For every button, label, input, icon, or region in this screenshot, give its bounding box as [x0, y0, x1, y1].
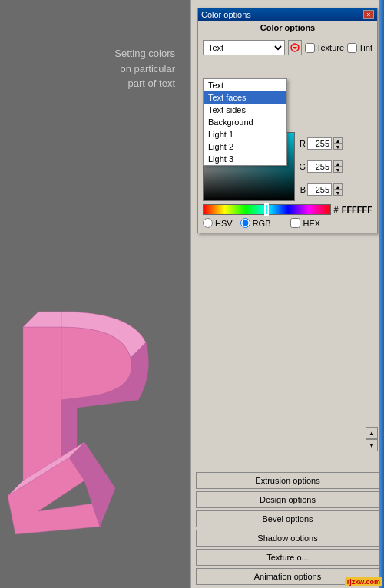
g-input[interactable] [307, 160, 332, 173]
hsv-radio-label[interactable]: HSV [203, 218, 233, 228]
r-row: R ▲ ▼ [298, 137, 372, 150]
svg-marker-0 [23, 327, 61, 481]
dropdown-item-light1[interactable]: Light 1 [204, 128, 286, 140]
hex-radio-label[interactable]: HEX [290, 218, 320, 228]
rainbow-bar[interactable] [203, 204, 331, 215]
bottom-nav: ▲ ▼ [366, 427, 378, 451]
tint-checkbox-label[interactable]: Tint [347, 43, 372, 53]
window-title: Color options [201, 10, 251, 19]
bottom-buttons-panel: Extrusion options Design options Bevel o… [191, 469, 384, 588]
r-down[interactable]: ▼ [333, 144, 343, 150]
hex-hash: # [334, 205, 339, 214]
g-up[interactable]: ▲ [333, 160, 343, 167]
b-spinner[interactable]: ▲ ▼ [333, 183, 343, 196]
rgb-sliders: R ▲ ▼ G ▲ ▼ [298, 132, 372, 201]
right-panel: Color options × Color options Text Text … [190, 0, 384, 588]
dropdown-item-light2[interactable]: Light 2 [204, 140, 286, 153]
rgb-radio[interactable] [240, 218, 250, 228]
scroll-down-button[interactable]: ▼ [366, 439, 378, 451]
canvas-label: Setting colors on particular part of tex… [114, 46, 175, 91]
r-up[interactable]: ▲ [333, 137, 343, 144]
g-label: G [298, 162, 306, 171]
g-row: G ▲ ▼ [298, 160, 372, 173]
texture-options-button[interactable]: Texture o... [196, 549, 379, 566]
b-down[interactable]: ▼ [333, 190, 343, 196]
dropdown-row: Text Text faces Text sides Background Li… [203, 40, 372, 55]
color-target-dropdown[interactable]: Text Text faces Text sides Background Li… [203, 40, 285, 55]
rainbow-hex-row: # FFFFFF [203, 204, 372, 215]
g-spinner[interactable]: ▲ ▼ [333, 160, 343, 173]
window-close-button[interactable]: × [363, 10, 374, 19]
canvas-label-line3: part of text [128, 78, 175, 89]
canvas-label-line1: Setting colors [114, 48, 175, 59]
hex-value: FFFFFF [342, 205, 372, 214]
color-options-window: Color options × Color options Text Text … [197, 8, 378, 233]
design-options-button[interactable]: Design options [196, 491, 379, 508]
texture-checkbox[interactable] [305, 43, 315, 53]
g-down[interactable]: ▼ [333, 167, 343, 173]
watermark: rjzxw.com [345, 577, 382, 586]
b-row: B ▲ ▼ [298, 183, 372, 196]
right-edge-strip [379, 0, 384, 588]
dropdown-arrow-button[interactable] [288, 40, 302, 55]
checkbox-group: Texture Tint [305, 43, 372, 53]
3d-letter-shape [0, 281, 154, 542]
window-inner-title: Color options [198, 21, 377, 35]
r-input[interactable] [307, 137, 332, 150]
dropdown-menu: Text Text faces Text sides Background Li… [203, 78, 287, 166]
radio-row: HSV RGB HEX [203, 218, 372, 228]
svg-marker-8 [293, 47, 297, 49]
b-up[interactable]: ▲ [333, 183, 343, 190]
r-label: R [298, 139, 306, 148]
window-titlebar: Color options × [198, 8, 377, 21]
dropdown-item-text-sides[interactable]: Text sides [204, 104, 286, 116]
r-spinner[interactable]: ▲ ▼ [333, 137, 343, 150]
rainbow-bar-wrapper[interactable] [203, 204, 331, 215]
dropdown-item-text[interactable]: Text [204, 79, 286, 91]
dropdown-item-text-faces[interactable]: Text faces [204, 91, 286, 104]
b-label: B [298, 185, 306, 194]
texture-checkbox-label[interactable]: Texture [305, 43, 344, 53]
rgb-radio-label[interactable]: RGB [240, 218, 271, 228]
scroll-up-button[interactable]: ▲ [366, 427, 378, 439]
b-input[interactable] [307, 183, 332, 196]
dropdown-item-light3[interactable]: Light 3 [204, 153, 286, 165]
tint-checkbox[interactable] [347, 43, 357, 53]
hex-checkbox[interactable] [290, 218, 300, 228]
canvas-label-line2: on particular [120, 63, 175, 74]
extrusion-options-button[interactable]: Extrusion options [196, 472, 379, 489]
shadow-options-button[interactable]: Shadow options [196, 530, 379, 547]
bevel-options-button[interactable]: Bevel options [196, 510, 379, 527]
hsv-radio[interactable] [203, 218, 213, 228]
dropdown-item-background[interactable]: Background [204, 116, 286, 128]
canvas-area: Setting colors on particular part of tex… [0, 0, 190, 588]
